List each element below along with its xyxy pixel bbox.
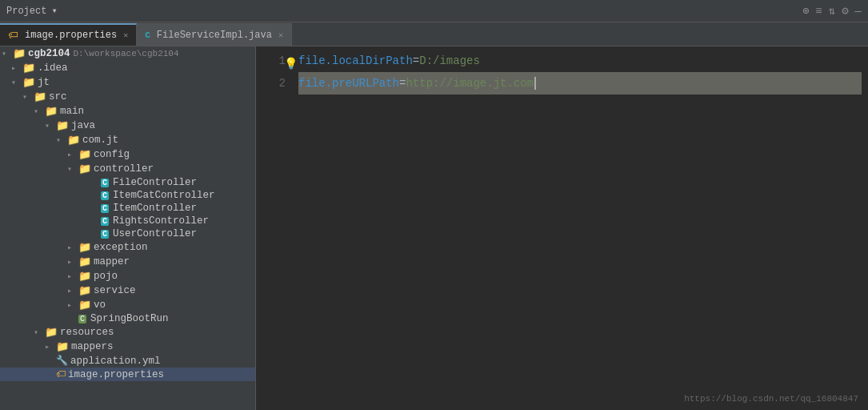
tree-node-root[interactable]: 📁 cgb2104 D:\workspace\cgb2104: [0, 46, 255, 61]
node-label-resources: resources: [60, 327, 114, 338]
tab-close-image-properties[interactable]: ✕: [123, 30, 128, 40]
tree-node-jt[interactable]: 📁 jt: [0, 75, 255, 90]
text-cursor: [534, 77, 536, 90]
node-label-config: config: [94, 149, 130, 160]
arrow-src: [22, 92, 34, 102]
folder-mappers-icon: 📁: [56, 340, 69, 353]
class-itemcatcontroller-icon: C: [101, 191, 109, 200]
main-content: 📁 cgb2104 D:\workspace\cgb2104 📁 .idea 📁…: [0, 46, 868, 410]
tree-node-resources[interactable]: 📁 resources: [0, 325, 255, 340]
tab-label-image-properties: image.properties: [25, 30, 117, 41]
node-label-applicationyml: application.yml: [70, 356, 161, 367]
tree-node-exception[interactable]: 📁 exception: [0, 240, 255, 255]
tree-node-src[interactable]: 📁 src: [0, 90, 255, 104]
node-label-java: java: [71, 120, 95, 131]
tree-node-main[interactable]: 📁 main: [0, 104, 255, 119]
tree-node-controller[interactable]: 📁 controller: [0, 162, 255, 176]
arrow-service: [67, 286, 78, 295]
node-label-filecontroller: FileController: [113, 177, 197, 188]
code-line-2: file.preURLPath = http://image.jt.com: [298, 72, 862, 94]
node-label-idea: .idea: [38, 62, 68, 74]
arrow-controller: [67, 164, 78, 174]
prop-equals-2: =: [399, 72, 406, 94]
node-label-springbootrun: SpringBootRun: [90, 313, 169, 324]
tree-node-config[interactable]: 📁 config: [0, 147, 255, 162]
node-label-service: service: [94, 285, 136, 296]
lightbulb-icon: 💡: [284, 53, 298, 75]
tree-node-imageproperties[interactable]: 🏷 image.properties: [0, 368, 255, 381]
prop-key-2: file.preURLPath: [298, 72, 399, 94]
arrow-main: [34, 107, 45, 116]
folder-resources-icon: 📁: [45, 326, 58, 339]
properties-tab-icon: 🏷: [8, 30, 18, 42]
tree-node-pojo[interactable]: 📁 pojo: [0, 269, 255, 283]
tree-node-java[interactable]: 📁 java: [0, 119, 255, 133]
node-label-imageproperties: image.properties: [68, 369, 164, 380]
editor-content: 1 2 💡 file.localDirPath = D:/images file…: [256, 46, 868, 98]
tree-node-mappers[interactable]: 📁 mappers: [0, 340, 255, 354]
folder-controller-icon: 📁: [78, 163, 91, 175]
node-label-pojo: pojo: [94, 271, 118, 282]
node-label-vo: vo: [94, 299, 106, 311]
node-label-itemcontroller: ItemController: [113, 203, 197, 214]
tab-image-properties[interactable]: 🏷 image.properties ✕: [0, 23, 137, 46]
folder-comjt-icon: 📁: [67, 134, 80, 147]
folder-jt-icon: 📁: [22, 76, 35, 89]
folder-service-icon: 📁: [78, 284, 91, 297]
tab-label-file-service-impl: FileServiceImpl.java: [157, 30, 272, 41]
line-num-2: 2: [262, 72, 286, 94]
tab-file-service-impl[interactable]: C FileServiceImpl.java ✕: [137, 23, 292, 46]
sort-icon[interactable]: ⇅: [829, 4, 835, 18]
root-label: cgb2104: [28, 48, 70, 59]
yml-applicationyml-icon: 🔧: [56, 355, 68, 367]
arrow-pojo: [67, 271, 78, 281]
folder-src-icon: 📁: [34, 90, 46, 103]
tree-node-comjt[interactable]: 📁 com.jt: [0, 133, 255, 147]
line-num-1: 1: [262, 50, 286, 72]
code-line-1: 💡 file.localDirPath = D:/images: [298, 50, 862, 72]
title-bar: Project ▾ ⊕ ≡ ⇅ ⚙ —: [0, 0, 868, 22]
tree-node-service[interactable]: 📁 service: [0, 283, 255, 298]
prop-value-2: http://image.jt.com: [406, 72, 534, 94]
code-area[interactable]: 💡 file.localDirPath = D:/images file.pre…: [292, 50, 868, 94]
tree-node-mapper[interactable]: 📁 mapper: [0, 255, 255, 269]
tree-node-usercontroller[interactable]: C UserController: [0, 227, 255, 240]
arrow-vo: [67, 300, 78, 310]
tree-node-rightscontroller[interactable]: C RightsController: [0, 215, 255, 227]
list-icon[interactable]: ≡: [815, 5, 822, 18]
tab-close-file-service-impl[interactable]: ✕: [278, 30, 283, 40]
folder-exception-icon: 📁: [78, 241, 91, 254]
prop-value-1: D:/images: [419, 50, 480, 72]
tree-node-applicationyml[interactable]: 🔧 application.yml: [0, 354, 255, 368]
tree-node-idea[interactable]: 📁 .idea: [0, 61, 255, 75]
tree-node-springbootrun[interactable]: C SpringBootRun: [0, 312, 255, 325]
java-tab-icon: C: [145, 30, 150, 40]
add-icon[interactable]: ⊕: [802, 4, 809, 18]
arrow-root: [2, 49, 13, 58]
root-path: D:\workspace\cgb2104: [74, 49, 179, 58]
tree-node-filecontroller[interactable]: C FileController: [0, 176, 255, 189]
sidebar: 📁 cgb2104 D:\workspace\cgb2104 📁 .idea 📁…: [0, 46, 256, 410]
folder-java-icon: 📁: [56, 119, 69, 132]
minimize-icon[interactable]: —: [855, 5, 862, 18]
node-label-rightscontroller: RightsController: [113, 215, 209, 227]
node-label-src: src: [49, 91, 67, 102]
node-label-exception: exception: [94, 242, 148, 253]
tree-node-vo[interactable]: 📁 vo: [0, 298, 255, 312]
run-springbootrun-icon: C: [78, 315, 86, 324]
arrow-mappers: [45, 342, 56, 352]
node-label-mappers: mappers: [71, 341, 114, 352]
title-bar-left: Project ▾: [6, 5, 58, 17]
arrow-comjt: [56, 135, 67, 145]
editor[interactable]: 1 2 💡 file.localDirPath = D:/images file…: [256, 46, 868, 410]
tree-node-itemcontroller[interactable]: C ItemController: [0, 202, 255, 215]
settings-icon[interactable]: ⚙: [842, 4, 848, 18]
tree-node-itemcatcontroller[interactable]: C ItemCatController: [0, 189, 255, 202]
node-label-main: main: [60, 106, 84, 117]
node-label-usercontroller: UserController: [113, 228, 197, 239]
arrow-config: [67, 150, 78, 159]
arrow-resources: [34, 328, 45, 337]
project-dropdown-icon[interactable]: ▾: [51, 5, 57, 17]
node-label-itemcatcontroller: ItemCatController: [113, 190, 215, 201]
prop-equals-1: =: [413, 50, 419, 72]
